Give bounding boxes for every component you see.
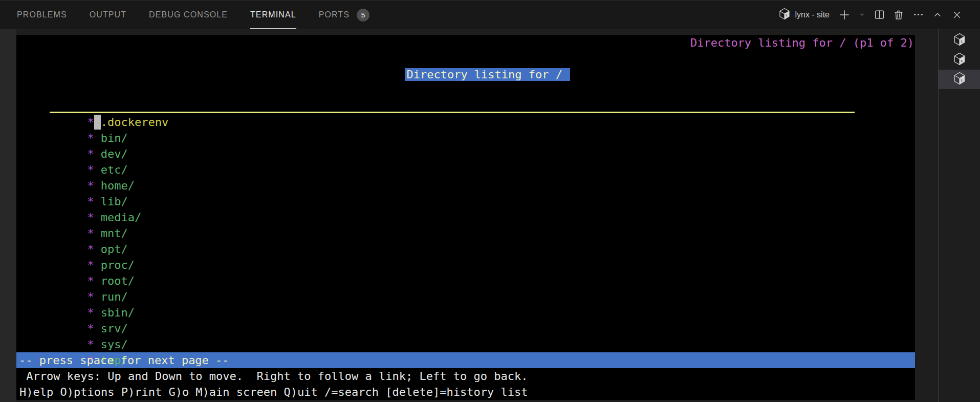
directory-link[interactable]: lib/ (101, 195, 128, 208)
directory-entry: *mnt/ (16, 209, 915, 225)
tab-ports[interactable]: PORTS 5 (319, 1, 369, 29)
directory-entry: *proc/ (16, 241, 915, 257)
directory-link[interactable]: etc/ (101, 163, 128, 176)
directory-link[interactable]: sys/ (101, 338, 128, 351)
directory-entry: *run/ (16, 273, 915, 289)
tab-terminal[interactable]: TERMINAL (250, 1, 296, 29)
svg-text:$_: $_ (961, 78, 965, 82)
tab-debug-console[interactable]: DEBUG CONSOLE (149, 1, 228, 29)
list-bullet: * (87, 195, 94, 208)
new-terminal-button[interactable] (837, 7, 852, 23)
directory-link[interactable]: .dockerenv (101, 116, 168, 129)
terminal-cube-icon: $_ (953, 52, 966, 68)
terminal-cursor (94, 115, 101, 130)
terminal-tab-3-selected[interactable]: $_ (939, 70, 980, 89)
list-bullet: * (87, 290, 94, 303)
directory-entry: *opt/ (16, 225, 915, 241)
panel-tabbar: PROBLEMS OUTPUT DEBUG CONSOLE TERMINAL P… (0, 0, 980, 29)
directory-entry: *home/ (16, 162, 915, 178)
split-terminal-button[interactable] (872, 7, 887, 23)
lynx-help-line-1: Arrow keys: Up and Down to move. Right t… (16, 368, 915, 384)
directory-entry: *etc/ (16, 146, 915, 162)
close-icon (951, 9, 963, 20)
list-bullet: * (87, 227, 94, 240)
split-pane-icon (873, 8, 886, 21)
tab-problems[interactable]: PROBLEMS (17, 1, 67, 29)
page-title: Directory listing for / (405, 68, 570, 81)
tab-ports-label: PORTS (319, 10, 350, 19)
directory-entry: *.dockerenv (16, 98, 915, 114)
terminal-cube-icon: $_ (778, 8, 791, 22)
panel-tabs: PROBLEMS OUTPUT DEBUG CONSOLE TERMINAL P… (0, 1, 369, 29)
pager-status-bar: -- press space for next page -- (16, 352, 915, 368)
directory-entry: *srv/ (16, 305, 915, 321)
list-bullet: * (87, 163, 94, 176)
trash-icon (892, 9, 905, 21)
directory-link[interactable]: root/ (101, 274, 135, 287)
list-bullet: * (87, 211, 94, 224)
directory-entry: *root/ (16, 257, 915, 273)
terminal-tabs-list: $_ $_ $_ (939, 29, 980, 402)
terminal-tab-1[interactable]: $_ (939, 31, 980, 50)
terminal-panel: Directory listing for / (p1 of 2) Direct… (0, 29, 980, 402)
list-bullet: * (87, 274, 94, 287)
directory-link[interactable]: srv/ (101, 322, 128, 335)
close-panel-button[interactable] (949, 7, 965, 23)
terminal-viewport[interactable]: Directory listing for / (p1 of 2) Direct… (16, 35, 915, 400)
directory-entry: *sys/ (16, 321, 915, 336)
chevron-up-icon (932, 9, 943, 20)
directory-link[interactable]: dev/ (101, 147, 128, 160)
directory-entry: *tmp/ (16, 336, 915, 352)
directory-link[interactable]: mnt/ (101, 227, 128, 240)
list-bullet: * (87, 338, 94, 351)
terminal-cube-icon: $_ (953, 33, 966, 48)
svg-text:$_: $_ (786, 14, 789, 17)
kill-terminal-button[interactable] (891, 7, 906, 23)
maximize-panel-button[interactable] (930, 7, 945, 23)
directory-link[interactable]: proc/ (101, 259, 135, 271)
directory-link[interactable]: sbin/ (101, 306, 135, 319)
list-bullet: * (87, 179, 94, 192)
directory-entry: *media/ (16, 194, 915, 209)
lynx-help-line-2: H)elp O)ptions P)rint G)o M)ain screen Q… (16, 384, 915, 400)
terminal-launch-dropdown[interactable] (856, 7, 867, 23)
ports-count-badge: 5 (357, 9, 369, 22)
list-bullet: * (87, 147, 94, 160)
terminal-tab-2[interactable]: $_ (939, 50, 980, 70)
svg-text:$_: $_ (961, 39, 965, 44)
directory-link[interactable]: bin/ (101, 132, 128, 144)
list-bullet: * (87, 132, 94, 144)
svg-text:$_: $_ (961, 59, 965, 63)
list-bullet: * (87, 322, 94, 335)
directory-entry: *sbin/ (16, 289, 915, 305)
more-actions-button[interactable] (910, 7, 926, 23)
plus-icon (838, 8, 851, 22)
page-title-row: Directory listing for / (16, 51, 915, 67)
directory-entry: *dev/ (16, 130, 915, 146)
list-bullet: * (87, 259, 94, 271)
directory-link[interactable]: opt/ (101, 243, 128, 256)
ellipsis-icon (912, 8, 925, 21)
list-bullet: * (87, 243, 94, 256)
directory-link[interactable]: media/ (101, 211, 141, 224)
list-bullet: * (87, 116, 94, 129)
panel-left-margin (0, 29, 16, 402)
terminal-name: lynx - site (795, 10, 830, 19)
chevron-down-icon (858, 11, 866, 18)
directory-entry: *lib/ (16, 178, 915, 194)
directory-link[interactable]: run/ (101, 290, 128, 303)
tab-output[interactable]: OUTPUT (90, 1, 126, 29)
lynx-page-header: Directory listing for / (p1 of 2) (16, 35, 915, 51)
list-bullet: * (87, 306, 94, 319)
terminal-actions: $_ lynx - site (778, 7, 980, 23)
directory-link[interactable]: home/ (101, 179, 135, 192)
active-terminal-label[interactable]: $_ lynx - site (778, 8, 830, 22)
terminal-cube-icon: $_ (953, 72, 966, 87)
